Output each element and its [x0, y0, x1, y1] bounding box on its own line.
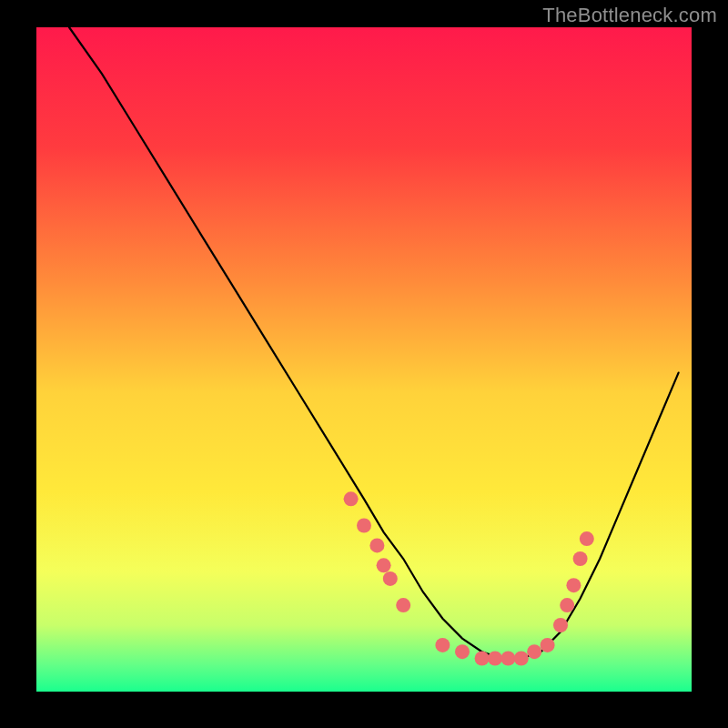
marker-dot [475, 652, 490, 666]
marker-dot [357, 519, 371, 533]
marker-dot [488, 652, 502, 666]
marker-dot [344, 491, 359, 506]
marker-dot [553, 618, 568, 632]
watermark-text: TheBottleneck.com [542, 4, 717, 27]
chart-svg [0, 0, 728, 728]
marker-dot [541, 638, 555, 652]
marker-dot [527, 644, 541, 659]
chart-stage: TheBottleneck.com [0, 0, 728, 728]
marker-dot [573, 551, 588, 566]
marker-dot [580, 531, 594, 546]
marker-dot [369, 538, 384, 552]
marker-dot [396, 598, 410, 612]
marker-dot [560, 598, 574, 612]
marker-dot [383, 571, 398, 586]
marker-dot [435, 638, 450, 652]
marker-dot [566, 578, 581, 592]
marker-dot [377, 558, 391, 572]
marker-dot [455, 644, 470, 659]
marker-dot [514, 652, 529, 666]
marker-dot [500, 652, 515, 666]
